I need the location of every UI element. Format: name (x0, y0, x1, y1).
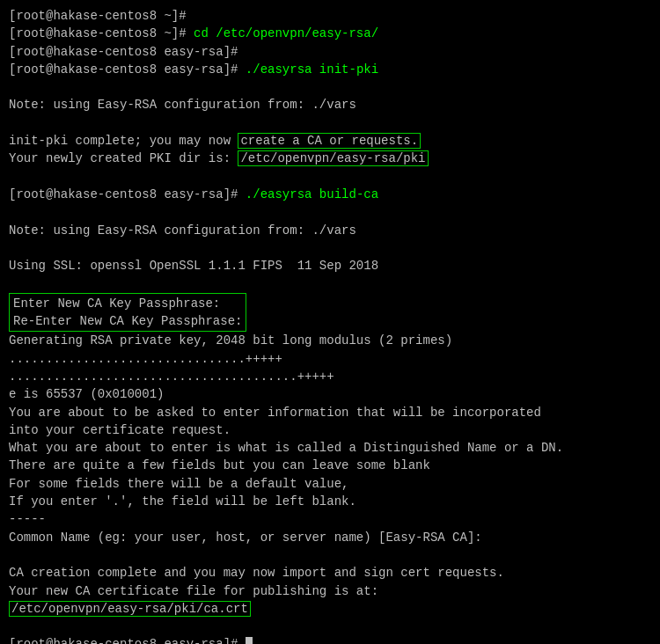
line-3: [root@hakase-centos8 easy-rsa]# (9, 43, 651, 61)
e-value: e is 65537 (0x010001) (9, 387, 164, 401)
cursor-block (246, 637, 253, 644)
cursor-space (238, 637, 245, 644)
prompt-4: [root@hakase-centos8 easy-rsa]# (9, 62, 238, 77)
final-prompt: [root@hakase-centos8 easy-rsa]# (9, 637, 238, 644)
line-20: ................................+++++ (9, 350, 651, 368)
passphrase-reenter: Re-Enter New CA Key Passphrase: (13, 312, 242, 330)
about-text-2: into your certificate request. (9, 423, 231, 437)
dn-text: What you are about to enter is what is c… (9, 441, 563, 455)
dots-1: ................................+++++ (9, 352, 282, 366)
line-28: If you enter '.', the field will be left… (9, 493, 651, 510)
prompt-3: [root@hakase-centos8 easy-rsa]# (9, 45, 238, 59)
line-34: /etc/openvpn/easy-rsa/pki/ca.crt (9, 600, 651, 618)
line-30: Common Name (eg: your user, host, or ser… (9, 529, 651, 546)
common-name-text: Common Name (eg: your user, host, or ser… (9, 531, 482, 545)
prompt-2: [root@hakase-centos8 ~]# (9, 26, 187, 40)
line-7 (9, 114, 651, 132)
line-31 (9, 546, 651, 564)
init-pki-before: init-pki complete; you may now (9, 134, 238, 148)
line-14 (9, 239, 651, 257)
separator: ----- (9, 512, 46, 526)
line-35 (9, 618, 651, 635)
passphrase-enter: Enter New CA Key Passphrase: (13, 295, 242, 312)
line-5 (9, 78, 651, 96)
line-6: Note: using Easy-RSA configuration from:… (9, 96, 651, 113)
line-36: [root@hakase-centos8 easy-rsa]# (9, 635, 651, 644)
line-21: .......................................+… (9, 368, 651, 385)
cmd-11: ./easyrsa build-ca (238, 187, 378, 201)
prompt-11: [root@hakase-centos8 easy-rsa]# (9, 187, 238, 201)
line-25: What you are about to enter is what is c… (9, 439, 651, 457)
dots-2: .......................................+… (9, 370, 334, 384)
line-16 (9, 274, 651, 292)
line-29: ----- (9, 510, 651, 528)
cmd-4: ./easyrsa init-pki (238, 62, 378, 77)
line-11: [root@hakase-centos8 easy-rsa]# ./easyrs… (9, 186, 651, 203)
create-ca-box: create a CA or requests. (238, 133, 421, 149)
line-15: Using SSL: openssl OpenSSL 1.1.1 FIPS 11… (9, 257, 651, 274)
line-10 (9, 168, 651, 186)
cmd-2: cd /etc/openvpn/easy-rsa/ (187, 26, 378, 40)
dot-blank-text: If you enter '.', the field will be left… (9, 494, 356, 509)
passphrase-enter-text: Enter New CA Key Passphrase: (13, 296, 220, 311)
passphrase-block: Enter New CA Key Passphrase: Re-Enter Ne… (9, 293, 246, 333)
ssl-text: Using SSL: openssl OpenSSL 1.1.1 FIPS 11… (9, 259, 378, 273)
ca-complete-text: CA creation complete and you may now imp… (9, 566, 504, 580)
line-4: [root@hakase-centos8 easy-rsa]# ./easyrs… (9, 61, 651, 78)
pki-dir-path: /etc/openvpn/easy-rsa/pki (238, 150, 428, 166)
fields-text-1: There are quite a few fields but you can… (9, 458, 430, 472)
line-26: There are quite a few fields but you can… (9, 457, 651, 474)
line-24: into your certificate request. (9, 421, 651, 439)
ca-crt-path: /etc/openvpn/easy-rsa/pki/ca.crt (9, 601, 251, 617)
about-text-1: You are about to be asked to enter infor… (9, 406, 541, 420)
note-text-1: Note: using Easy-RSA configuration from:… (9, 98, 356, 112)
line-12 (9, 203, 651, 221)
line-8: init-pki complete; you may now create a … (9, 132, 651, 150)
line-27: For some fields there will be a default … (9, 475, 651, 493)
line-1: [root@hakase-centos8 ~]# (9, 7, 651, 25)
line-32: CA creation complete and you may now imp… (9, 564, 651, 582)
note-text-2: Note: using Easy-RSA configuration from:… (9, 223, 356, 238)
line-23: You are about to be asked to enter infor… (9, 404, 651, 421)
line-2: [root@hakase-centos8 ~]# cd /etc/openvpn… (9, 25, 651, 42)
line-9: Your newly created PKI dir is: /etc/open… (9, 150, 651, 167)
line-22: e is 65537 (0x010001) (9, 385, 651, 403)
prompt-1: [root@hakase-centos8 ~]# (9, 9, 187, 23)
rsa-gen-text: Generating RSA private key, 2048 bit lon… (9, 333, 452, 348)
line-19: Generating RSA private key, 2048 bit lon… (9, 332, 651, 349)
terminal-window: [root@hakase-centos8 ~]# [root@hakase-ce… (0, 0, 660, 644)
line-13: Note: using Easy-RSA configuration from:… (9, 222, 651, 239)
pki-dir-before: Your newly created PKI dir is: (9, 151, 238, 165)
ca-cert-text: Your new CA certificate file for publish… (9, 584, 378, 598)
passphrase-reenter-text: Re-Enter New CA Key Passphrase: (13, 314, 242, 328)
fields-text-2: For some fields there will be a default … (9, 477, 348, 491)
line-33: Your new CA certificate file for publish… (9, 582, 651, 600)
